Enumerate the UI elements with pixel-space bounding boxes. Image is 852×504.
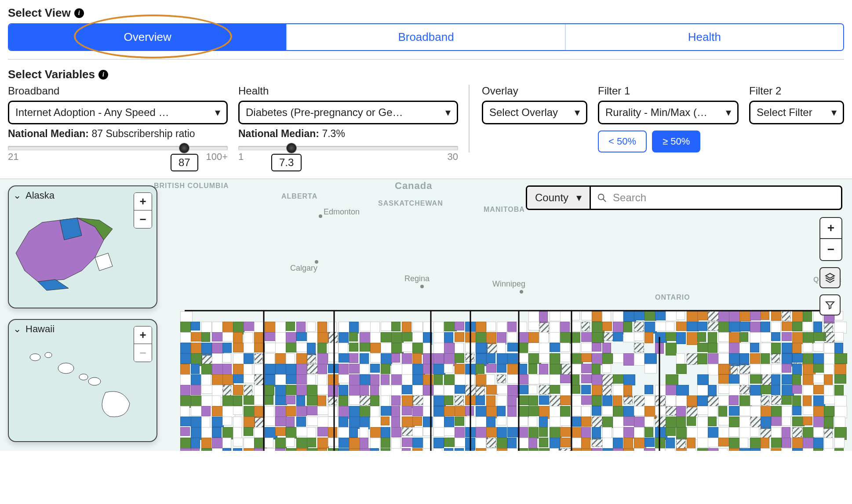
caret-icon: ▾ [576,192,582,204]
slider-min: 1 [238,151,244,163]
hawaii-shape [18,344,141,428]
median-label: National Median: [238,128,319,139]
search-icon [597,193,607,203]
info-icon[interactable]: i [74,8,84,18]
chevron-down-icon[interactable]: ⌄ [13,323,21,335]
zoom-out-button[interactable]: − [134,210,152,228]
map-area[interactable]: BRITISH COLUMBIA ALBERTA SASKATCHEWAN MA… [0,178,852,451]
median-value: 87 Subscribership ratio [91,128,195,139]
median-label: National Median: [8,128,89,139]
city-winnipeg: Winnipeg [492,279,525,289]
overlay-label: Overlay [482,85,587,97]
inset-alaska[interactable]: ⌄Alaska + − [8,185,157,308]
filter-button[interactable] [819,294,841,315]
slider-value: 7.3 [271,154,302,171]
search-level-value: County [535,192,568,204]
search-level-dropdown[interactable]: County ▾ [527,187,591,209]
filter1-pill-ge50[interactable]: ≥ 50% [652,131,700,152]
caret-icon: ▾ [726,106,731,119]
filter1-dropdown-value: Rurality - Min/Max (… [605,106,721,119]
inset-title: Alaska [25,190,55,201]
slider-value: 87 [171,154,198,171]
broadband-dropdown[interactable]: Internet Adoption - Any Speed … ▾ [8,101,228,124]
info-icon[interactable]: i [98,70,108,80]
tab-health[interactable]: Health [566,24,843,50]
map-zoom-out-button[interactable]: − [820,239,841,260]
svg-point-1 [45,352,52,358]
slider-min: 21 [8,151,18,163]
slider-max: 100+ [206,151,228,163]
select-view-title: Select View [8,6,71,20]
svg-line-6 [603,199,606,202]
tab-broadband[interactable]: Broadband [287,24,565,50]
health-dropdown[interactable]: Diabetes (Pre-pregnancy or Ge… ▾ [238,101,458,124]
search-input[interactable]: Search [591,187,841,209]
filter2-dropdown[interactable]: Select Filter ▾ [749,101,844,124]
broadband-median: National Median: 87 Subscribership ratio [8,128,228,140]
view-tabs: Overview Broadband Health [8,23,844,51]
select-variables-title: Select Variables [8,68,95,81]
health-dropdown-value: Diabetes (Pre-pregnancy or Ge… [246,106,441,119]
filter2-dropdown-value: Select Filter [757,106,827,119]
overlay-dropdown-value: Select Overlay [489,106,570,119]
broadband-dropdown-value: Internet Adoption - Any Speed … [15,106,211,119]
alaska-shape [11,205,126,293]
svg-point-2 [58,363,74,373]
inset-title: Hawaii [25,323,55,335]
health-median: National Median: 7.3% [238,128,458,140]
svg-point-0 [30,354,40,361]
caret-icon: ▾ [831,106,837,119]
filter1-dropdown[interactable]: Rurality - Min/Max (… ▾ [598,101,739,124]
caret-icon: ▾ [215,106,220,119]
city-edmonton: Edmonton [324,207,360,217]
caret-icon: ▾ [445,106,451,119]
map-search: County ▾ Search [526,185,842,210]
zoom-in-button[interactable]: + [134,326,152,344]
tab-overview[interactable]: Overview [9,24,287,50]
map-zoom-in-button[interactable]: + [820,218,841,239]
svg-point-4 [88,377,101,385]
chevron-down-icon[interactable]: ⌄ [13,190,21,201]
city-calgary: Calgary [290,264,317,273]
slider-thumb[interactable] [179,143,189,153]
search-placeholder: Search [613,192,646,204]
inset-hawaii[interactable]: ⌄Hawaii + − [8,319,157,442]
slider-thumb[interactable] [287,143,296,153]
caret-icon: ▾ [575,106,580,119]
broadband-label: Broadband [8,85,228,97]
health-slider[interactable]: 7.3 1 30 [238,146,458,163]
median-value: 7.3% [322,128,345,139]
divider [8,59,844,60]
slider-max: 30 [448,151,458,163]
svg-point-3 [79,374,88,380]
svg-point-5 [598,194,604,200]
filter2-label: Filter 2 [749,85,844,97]
zoom-in-button[interactable]: + [134,193,152,210]
city-regina: Regina [404,274,430,283]
health-label: Health [238,85,458,97]
layers-button[interactable] [819,267,841,288]
overlay-dropdown[interactable]: Select Overlay ▾ [482,101,587,124]
filter1-label: Filter 1 [598,85,739,97]
filter1-pill-lt50[interactable]: < 50% [598,131,647,152]
broadband-slider[interactable]: 87 21 100+ [8,146,228,163]
